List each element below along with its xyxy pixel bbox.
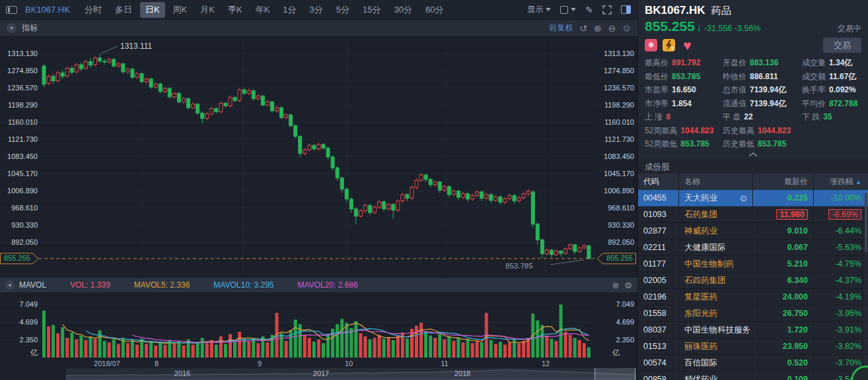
stock-change-pct: -3.82%	[835, 342, 861, 351]
stock-name: 天大药业	[684, 193, 717, 204]
cell-name: 精优药业	[679, 371, 753, 380]
table-row[interactable]: 01177中国生物制药5.210-4.75%	[638, 256, 868, 272]
stock-price: 23.950	[783, 342, 808, 351]
stock-change-pct: -4.19%	[835, 292, 861, 301]
zoom-out-icon[interactable]: ⊖	[608, 24, 616, 33]
period-tab[interactable]: 分时	[79, 2, 107, 18]
collapse-stats-button[interactable]	[638, 150, 868, 159]
navigator-window[interactable]	[595, 368, 635, 380]
price-change: -31.556 -3.56%	[704, 24, 761, 33]
svg-text:1121.730: 1121.730	[604, 135, 634, 143]
table-row[interactable]: 08037中国生物科技服务1.720-3.91%	[638, 322, 868, 338]
volume-chart[interactable]: 7.0497.0494.6994.6992.3502.350亿亿	[0, 292, 637, 360]
period-tab[interactable]: 5分	[331, 2, 355, 18]
svg-text:1160.010: 1160.010	[604, 118, 634, 126]
period-tab[interactable]: 年K	[250, 2, 275, 18]
stock-price: 5.210	[787, 259, 808, 269]
table-row[interactable]: 00858精优药业0.109-3.54%	[638, 371, 868, 380]
fullscreen-icon[interactable]	[602, 5, 612, 15]
undo-icon[interactable]: ↺	[579, 24, 587, 33]
mavol-dropdown-icon[interactable]: ▾	[5, 280, 15, 290]
period-tab[interactable]: 季K	[223, 2, 248, 18]
table-row[interactable]: 02211大健康国际0.067-5.63%	[638, 239, 868, 256]
column-header-code[interactable]: 代码	[638, 174, 679, 190]
display-dropdown[interactable]: 显示	[527, 4, 551, 15]
stock-name: 神威药业	[684, 226, 717, 237]
stat-item: 52周最低853.785	[645, 139, 723, 150]
favorite-heart-icon[interactable]: ♥	[680, 39, 694, 51]
cell-price: 0.520	[753, 355, 814, 371]
stock-change-pct: -5.63%	[835, 243, 861, 252]
stock-name: 中国生物科技服务	[684, 325, 750, 336]
layout-icon[interactable]	[6, 6, 17, 14]
table-row[interactable]: 01513丽珠医药23.950-3.82%	[638, 338, 868, 355]
candlestick-chart[interactable]: 1313.1301313.1301274.8501274.8501236.570…	[0, 37, 637, 278]
eye-icon[interactable]: ⊙	[740, 193, 747, 203]
cell-price: 11.980	[753, 206, 814, 222]
svg-text:1121.730: 1121.730	[8, 135, 38, 143]
table-row[interactable]: 02196复星医药24.000-4.19%	[638, 289, 868, 305]
period-tab[interactable]: 周K	[168, 2, 193, 18]
svg-text:1198.290: 1198.290	[8, 101, 38, 109]
period-tab[interactable]: 15分	[357, 2, 386, 18]
stock-price: 1.720	[787, 325, 808, 334]
table-row[interactable]: 02877神威药业9.010-6.44%	[638, 223, 868, 239]
cell-price: 26.750	[753, 305, 814, 321]
stock-name: 丽珠医药	[684, 341, 717, 352]
period-tab[interactable]: 多日	[110, 2, 137, 18]
svg-text:1236.570: 1236.570	[7, 84, 38, 92]
cell-code: 01513	[638, 338, 679, 354]
svg-text:892.050: 892.050	[11, 238, 38, 246]
period-tab[interactable]: 1分	[277, 2, 301, 18]
stat-item: 总市值7139.94亿	[723, 84, 802, 96]
chart-navigator[interactable]: 201620172018	[66, 368, 636, 380]
navigator-year-label: 2017	[313, 369, 329, 377]
time-axis-label: 8	[155, 360, 159, 367]
svg-text:1313.130: 1313.130	[604, 49, 634, 57]
table-row[interactable]: 02005石四药集团6.340-4.37%	[638, 272, 868, 289]
stock-price: 11.980	[776, 209, 808, 220]
column-header-name[interactable]: 名称	[679, 174, 753, 190]
stock-name: 大健康国际	[684, 242, 726, 253]
mavol5-value: MAVOL5: 2.336	[134, 280, 190, 290]
column-header-change[interactable]: 涨跌幅▲	[814, 174, 867, 190]
period-tab[interactable]: 60分	[420, 2, 449, 18]
period-tabs: 分时多日日K周K月K季K年K1分3分5分15分30分60分	[79, 2, 449, 18]
chart-style-dropdown[interactable]	[560, 6, 576, 14]
svg-text:2: 2	[671, 46, 674, 51]
indicator-dropdown-icon[interactable]: ▾	[7, 23, 17, 33]
stock-name: 石四药集团	[684, 275, 726, 286]
draw-tool-icon[interactable]: ✎	[585, 5, 593, 15]
cell-change: -4.37%	[814, 272, 867, 288]
period-tab[interactable]: 30分	[388, 2, 417, 18]
cell-change: -8.69%	[814, 206, 867, 222]
period-tab[interactable]: 日K	[140, 2, 165, 18]
close-indicator-icon[interactable]: ⊗	[612, 280, 619, 290]
table-row[interactable]: 01093石药集团11.980-8.69%	[638, 206, 868, 223]
period-tab[interactable]: 月K	[195, 2, 220, 18]
table-row[interactable]: 00574百信国际0.520-3.70%	[638, 355, 868, 371]
column-header-price[interactable]: 最新价	[753, 174, 814, 190]
forward-adjust-button[interactable]: 前复权	[549, 22, 573, 34]
trade-button[interactable]: 交易	[823, 38, 861, 53]
period-tab[interactable]: 3分	[305, 2, 328, 18]
stock-change-pct: -3.95%	[835, 309, 861, 318]
stock-price: 0.067	[787, 243, 808, 252]
cell-code: 00455	[638, 190, 679, 206]
stat-item: 上 涨8	[645, 111, 723, 123]
svg-text:1006.890: 1006.890	[7, 187, 38, 195]
stock-change-pct: -6.44%	[835, 226, 861, 236]
chart-settings-icon[interactable]: ⚙	[622, 24, 631, 33]
table-row[interactable]: 00455天大药业⊙0.225-10.00%	[638, 190, 868, 206]
zoom-in-icon[interactable]: ⊕	[594, 24, 602, 33]
quote-side-panel: BK1067.HK 药品 855.255 ↓ -31.556 -3.56% 交易…	[638, 0, 868, 380]
table-row[interactable]: 01558东阳光药26.750-3.95%	[638, 305, 868, 322]
indicator-settings-icon[interactable]: ⚙	[624, 280, 632, 290]
cell-name: 石药集团	[679, 206, 753, 222]
scrollbar-thumb[interactable]	[865, 193, 867, 252]
symbol-label[interactable]: BK1067.HK	[25, 5, 70, 15]
svg-text:1313.111: 1313.111	[120, 42, 153, 51]
panel-toggle-icon[interactable]	[621, 5, 631, 14]
cell-name: 石四药集团	[679, 272, 753, 288]
table-scrollbar[interactable]	[865, 190, 867, 380]
